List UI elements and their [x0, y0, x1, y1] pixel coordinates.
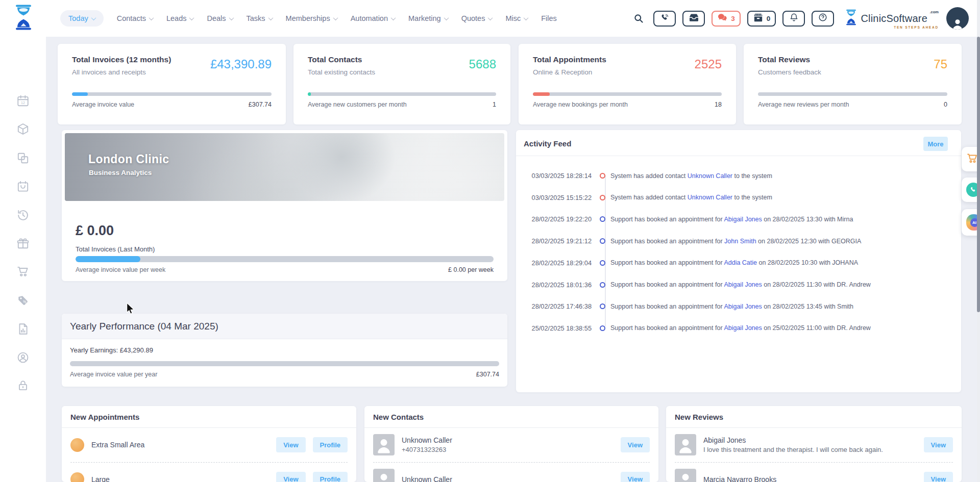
contact-link[interactable]: John Smith [724, 238, 756, 245]
activity-text: Support has booked an appointment for Ab… [610, 324, 871, 332]
app-logo-icon[interactable] [13, 4, 34, 33]
page-scrollbar[interactable] [977, 0, 980, 482]
activity-timestamp: 28/02/2025 19:21:12 [516, 237, 592, 245]
reviewer-name: Marcia Navarro Brooks [703, 475, 776, 482]
copy-icon[interactable] [16, 151, 30, 165]
contact-link[interactable]: Abigail Jones [724, 324, 762, 332]
activity-text: System has added contact Unknown Caller … [610, 194, 772, 201]
timeline-dot-icon [600, 260, 605, 266]
booking-bag-icon[interactable] [16, 180, 30, 193]
nav-item-quotes[interactable]: Quotes [461, 10, 493, 27]
chat-badge: 3 [731, 15, 735, 22]
brand-logo[interactable]: ClinicSoftware .com TEN STEPS AHEAD [845, 9, 940, 28]
nav-label: Today [68, 14, 88, 22]
view-button[interactable]: View [924, 437, 953, 452]
view-button[interactable]: View [276, 472, 305, 482]
nav-item-today[interactable]: Today [60, 10, 104, 27]
stat-footer-value: 1 [493, 101, 496, 108]
nav-label: Quotes [461, 14, 485, 22]
nav-item-memberships[interactable]: Memberships [286, 10, 337, 27]
gift-icon[interactable] [16, 237, 30, 250]
activity-entry: 28/02/2025 17:46:38 Support has booked a… [516, 295, 956, 317]
help-button[interactable] [812, 11, 834, 27]
nav-label: Marketing [408, 14, 441, 22]
service-dot-icon [70, 472, 84, 482]
view-button[interactable]: View [276, 437, 305, 452]
profile-button[interactable]: Profile [313, 437, 348, 452]
yearly-header: Yearly Performance (04 Mar 2025) [62, 314, 507, 339]
reviewer-name: Abigail Jones [703, 436, 883, 444]
calendar-icon[interactable]: 12 [16, 94, 30, 108]
price-tag-icon[interactable]: % [16, 294, 30, 307]
nav-item-marketing[interactable]: Marketing [408, 10, 448, 27]
account-icon[interactable] [16, 351, 30, 364]
clinic-name: London Clinic [88, 153, 169, 166]
phone-button[interactable] [653, 11, 676, 27]
yearly-footer-value: £307.74 [476, 371, 499, 378]
svg-text:%: % [22, 299, 27, 304]
nav-item-deals[interactable]: Deals [207, 10, 233, 27]
pos-button[interactable]: 0 [747, 11, 776, 27]
history-icon[interactable] [16, 209, 30, 222]
progress-fill [72, 92, 88, 96]
progress-bar [758, 92, 947, 96]
chevron-down-icon [333, 15, 338, 20]
notifications-button[interactable] [782, 11, 805, 27]
scrollbar-thumb[interactable] [977, 37, 980, 312]
divider [516, 156, 961, 156]
panel-header: New Reviews [666, 406, 962, 428]
view-button[interactable]: View [621, 437, 650, 452]
clinic-photo-subtitle: Business Analytics [89, 169, 152, 176]
chevron-down-icon [488, 15, 493, 20]
appointment-name: Large [91, 475, 110, 482]
contact-link[interactable]: Abigail Jones [724, 216, 762, 223]
activity-entry: 03/03/2025 18:28:14 System has added con… [516, 165, 956, 187]
nav-label: Automation [351, 14, 388, 22]
lock-icon[interactable] [16, 379, 30, 392]
contact-link[interactable]: Unknown Caller [688, 194, 732, 201]
contact-link[interactable]: Addia Catie [724, 259, 757, 266]
chat-button[interactable]: 3 [712, 11, 741, 27]
appointment-row: Large View Profile [70, 462, 348, 482]
profile-button[interactable]: Profile [313, 472, 348, 482]
panel-title: New Contacts [373, 413, 424, 421]
stat-subtitle: All invoices and receipts [72, 68, 146, 76]
yearly-footer-label: Average invoice value per year [70, 371, 157, 378]
progress-bar [76, 256, 494, 262]
view-button[interactable]: View [924, 472, 953, 482]
view-button[interactable]: View [621, 472, 650, 482]
nav-item-automation[interactable]: Automation [351, 10, 395, 27]
stat-subtitle: Online & Reception [533, 68, 592, 76]
chevron-down-icon [524, 15, 529, 20]
activity-entry: 28/02/2025 18:01:36 Support has booked a… [516, 274, 956, 296]
nav-item-leads[interactable]: Leads [166, 10, 194, 27]
contact-row: Unknown Caller +40731323263 View [373, 428, 650, 462]
stat-footer-label: Average new bookings per month [533, 101, 628, 108]
nav-label: Contacts [117, 14, 146, 22]
activity-entry: 03/03/2025 15:15:22 System has added con… [516, 187, 956, 209]
timeline-dot-icon [600, 325, 605, 331]
nav-item-files[interactable]: Files [541, 10, 557, 27]
package-icon[interactable] [16, 122, 30, 136]
clinic-footer-label: Average invoice value per week [76, 266, 165, 273]
more-button[interactable]: More [923, 137, 948, 151]
timeline-dot-icon [600, 282, 605, 288]
contact-link[interactable]: Unknown Caller [688, 172, 732, 180]
user-avatar[interactable] [946, 7, 969, 30]
cart-icon[interactable] [16, 265, 30, 278]
service-dot-icon [70, 438, 84, 452]
contact-link[interactable]: Abigail Jones [724, 281, 762, 288]
timeline-dot-icon [600, 303, 605, 309]
report-icon[interactable] [16, 322, 30, 336]
nav-item-tasks[interactable]: Tasks [247, 10, 273, 27]
chevron-down-icon [149, 15, 154, 20]
yearly-earnings: Yearly Earnings: £43,290.89 [70, 346, 153, 354]
stat-value: 75 [934, 57, 947, 71]
nav-item-contacts[interactable]: Contacts [117, 10, 153, 27]
chevron-down-icon [91, 15, 96, 20]
contact-link[interactable]: Abigail Jones [724, 303, 762, 310]
search-icon[interactable] [633, 13, 644, 23]
clinic-analytics-card: London Clinic Business Analytics £ 0.00 … [62, 130, 507, 281]
inbox-button[interactable] [682, 11, 705, 27]
nav-item-misc[interactable]: Misc [505, 10, 528, 27]
